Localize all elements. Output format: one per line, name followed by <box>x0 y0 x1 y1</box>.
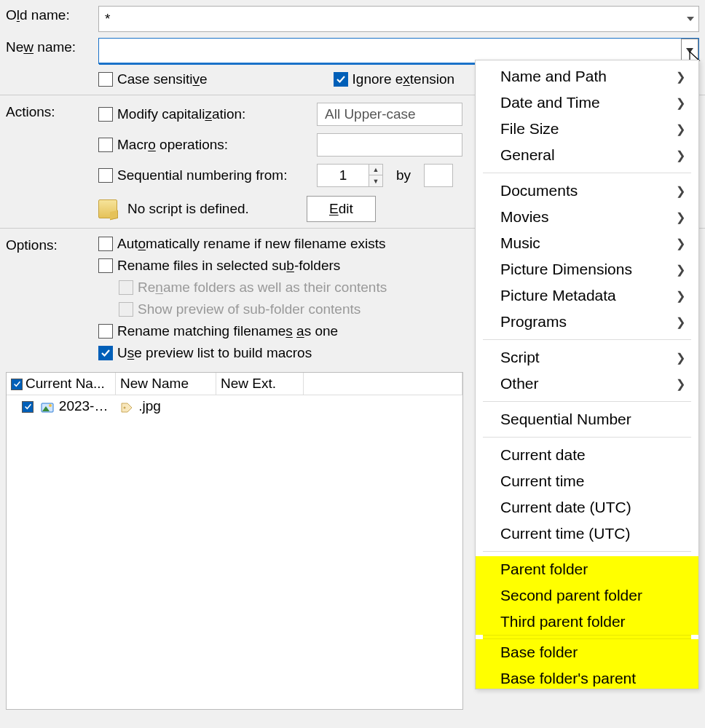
rename-matching-checkbox[interactable]: Rename matching filenames as one <box>98 323 338 339</box>
menu-documents[interactable]: Documents❯ <box>476 178 698 204</box>
chevron-right-icon: ❯ <box>676 263 685 277</box>
old-name-combo[interactable]: * <box>98 6 699 32</box>
chevron-right-icon: ❯ <box>676 96 685 110</box>
seq-start-spinner[interactable]: ▲ ▼ <box>317 164 383 187</box>
chevron-right-icon: ❯ <box>676 122 685 136</box>
chevron-right-icon: ❯ <box>676 184 685 198</box>
menu-name-and-path[interactable]: Name and Path❯ <box>476 63 698 90</box>
menu-separator <box>483 401 691 402</box>
rename-subfolders-checkbox[interactable]: Rename files in selected sub-folders <box>98 258 340 274</box>
menu-second-parent-folder[interactable]: Second parent folder <box>476 582 698 609</box>
menu-music[interactable]: Music❯ <box>476 230 698 256</box>
ignore-extension-label: Ignore extension <box>352 71 455 87</box>
spinner-up-icon[interactable]: ▲ <box>369 165 382 175</box>
chevron-right-icon: ❯ <box>676 351 685 365</box>
chevron-right-icon: ❯ <box>676 315 685 329</box>
menu-current-date-utc[interactable]: Current date (UTC) <box>476 494 698 521</box>
script-icon <box>98 199 117 218</box>
chevron-right-icon: ❯ <box>676 70 685 84</box>
by-label: by <box>396 167 411 183</box>
chevron-right-icon: ❯ <box>676 289 685 303</box>
menu-movies[interactable]: Movies❯ <box>476 204 698 230</box>
show-preview-checkbox: Show preview of sub-folder contents <box>119 301 361 317</box>
menu-picture-dimensions[interactable]: Picture Dimensions❯ <box>476 256 698 282</box>
menu-base-folder-parent[interactable]: Base folder's parent <box>476 665 698 689</box>
spinner-down-icon[interactable]: ▼ <box>369 175 382 186</box>
chevron-right-icon: ❯ <box>676 149 685 162</box>
menu-separator <box>483 437 691 438</box>
case-sensitive-checkbox[interactable]: Case sensitive <box>98 71 208 87</box>
menu-current-date[interactable]: Current date <box>476 442 698 468</box>
svg-marker-0 <box>686 48 693 53</box>
old-name-label: Old name: <box>0 6 98 23</box>
menu-third-parent-folder[interactable]: Third parent folder <box>476 609 698 635</box>
menu-separator <box>483 551 691 552</box>
menu-script[interactable]: Script❯ <box>476 344 698 371</box>
use-preview-checkbox[interactable]: Use preview list to build macros <box>98 345 312 361</box>
header-new-name[interactable]: New Name <box>116 373 216 395</box>
chevron-right-icon: ❯ <box>676 377 685 391</box>
menu-current-time[interactable]: Current time <box>476 468 698 494</box>
menu-current-time-utc[interactable]: Current time (UTC) <box>476 521 698 547</box>
menu-date-and-time[interactable]: Date and Time❯ <box>476 90 698 116</box>
header-current-name[interactable]: Current Na... <box>7 373 116 395</box>
row-checkbox[interactable] <box>22 401 34 413</box>
menu-separator <box>483 339 691 340</box>
seq-by-input[interactable] <box>424 164 453 187</box>
header-new-ext[interactable]: New Ext. <box>216 373 304 395</box>
macro-operations-checkbox[interactable]: Macro operations: <box>98 137 295 153</box>
menu-sequential-number[interactable]: Sequential Number <box>476 406 698 432</box>
script-status: No script is defined. <box>127 201 296 217</box>
menu-file-size[interactable]: File Size❯ <box>476 116 698 142</box>
auto-rename-label: Automatically rename if new filename exi… <box>117 236 386 252</box>
chevron-right-icon: ❯ <box>676 210 685 224</box>
macro-operations-label: Macro operations: <box>117 137 228 153</box>
header-checkbox[interactable] <box>11 379 23 390</box>
sequential-numbering-label: Sequential numbering from: <box>117 167 287 183</box>
rename-subfolders-label: Rename files in selected sub-folders <box>117 258 340 274</box>
seq-start-input[interactable] <box>318 165 369 186</box>
menu-separator <box>483 173 691 173</box>
svg-point-3 <box>49 404 52 407</box>
header-empty <box>304 373 462 395</box>
rename-matching-label: Rename matching filenames as one <box>117 323 338 339</box>
new-name-label: New name: <box>0 38 98 55</box>
image-file-icon <box>41 401 54 413</box>
menu-base-folder[interactable]: Base folder <box>476 639 698 665</box>
ignore-extension-checkbox[interactable]: Ignore extension <box>334 71 455 87</box>
actions-label: Actions: <box>0 103 98 120</box>
placeholder-menu[interactable]: Name and Path❯ Date and Time❯ File Size❯… <box>475 60 699 689</box>
row-name: 2023-0... <box>59 398 114 414</box>
modify-capitalization-checkbox[interactable]: Modify capitalization: <box>98 106 295 122</box>
menu-programs[interactable]: Programs❯ <box>476 309 698 335</box>
table-row[interactable]: 2023-0... .jpg <box>7 395 462 417</box>
svg-point-4 <box>124 406 126 408</box>
edit-button[interactable]: Edit <box>307 196 376 222</box>
rename-folders-checkbox: Rename folders as well as their contents <box>119 280 387 296</box>
capitalization-select[interactable]: All Upper-case <box>317 103 462 126</box>
row-new-ext: .jpg <box>138 398 161 414</box>
use-preview-label: Use preview list to build macros <box>117 345 312 361</box>
tag-icon <box>120 401 133 413</box>
chevron-right-icon: ❯ <box>676 237 685 250</box>
menu-parent-folder[interactable]: Parent folder <box>476 556 698 582</box>
sequential-numbering-checkbox[interactable]: Sequential numbering from: <box>98 167 295 183</box>
show-preview-label: Show preview of sub-folder contents <box>138 301 361 317</box>
case-sensitive-label: Case sensitive <box>117 71 208 87</box>
old-name-value: * <box>105 11 110 27</box>
modify-capitalization-label: Modify capitalization: <box>117 106 245 122</box>
chevron-down-icon <box>687 17 694 21</box>
menu-picture-metadata[interactable]: Picture Metadata❯ <box>476 282 698 309</box>
preview-table[interactable]: Current Na... New Name New Ext. 2023-0..… <box>6 372 463 710</box>
macro-select[interactable] <box>317 133 462 157</box>
menu-general[interactable]: General❯ <box>476 142 698 168</box>
rename-folders-label: Rename folders as well as their contents <box>138 280 387 296</box>
auto-rename-checkbox[interactable]: Automatically rename if new filename exi… <box>98 236 386 252</box>
options-label: Options: <box>0 236 98 253</box>
menu-other[interactable]: Other❯ <box>476 371 698 397</box>
